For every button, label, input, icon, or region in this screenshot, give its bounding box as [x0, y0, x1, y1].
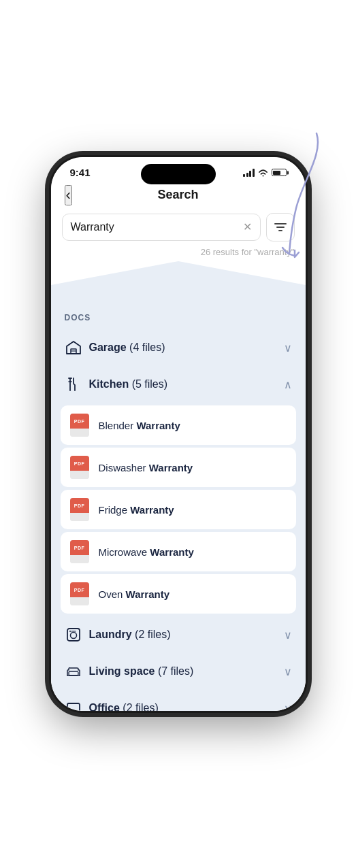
search-container: Warranty ✕	[51, 209, 306, 244]
category-row-kitchen[interactable]: Kitchen (5 files) ∧	[51, 366, 306, 403]
filter-button[interactable]	[266, 213, 295, 241]
kitchen-icon	[65, 375, 82, 393]
status-time: 9:41	[70, 167, 91, 178]
back-button[interactable]: ‹	[65, 185, 72, 205]
pdf-icon-blender: PDF	[70, 414, 91, 437]
office-name: Office (2 files)	[89, 702, 284, 711]
results-count: 26 results for "warranty"	[51, 244, 306, 261]
pdf-icon-microwave: PDF	[70, 540, 91, 563]
svg-point-9	[70, 633, 76, 639]
pdf-icon-fridge: PDF	[70, 498, 91, 521]
section-label-docs: DOCS	[51, 302, 306, 329]
kitchen-file-list: PDF Blender Warranty	[51, 405, 306, 614]
pdf-icon-oven: PDF	[70, 582, 91, 605]
laundry-icon	[65, 626, 82, 644]
file-item-blender[interactable]: PDF Blender Warranty	[61, 405, 296, 445]
search-value: Warranty	[71, 221, 243, 233]
laundry-name: Laundry (2 files)	[89, 629, 284, 641]
filter-icon	[274, 222, 287, 233]
category-row-laundry[interactable]: Laundry (2 files) ∨	[51, 616, 306, 653]
pdf-icon-dishwasher: PDF	[70, 456, 91, 479]
wifi-icon	[258, 169, 268, 177]
nav-bar: ‹ Search	[51, 184, 306, 209]
svg-point-10	[69, 631, 71, 632]
battery-icon	[272, 169, 287, 176]
phone-frame: 9:41 ‹ Search	[49, 155, 308, 713]
signal-icon	[243, 169, 255, 177]
office-chevron: ∨	[284, 702, 292, 712]
living-space-name: Living space (7 files)	[89, 665, 284, 678]
file-name-microwave: Microwave Warranty	[99, 546, 194, 558]
category-row-living-space[interactable]: Living space (7 files) ∨	[51, 653, 306, 690]
file-item-fridge[interactable]: PDF Fridge Warranty	[61, 490, 296, 529]
home-background	[51, 261, 306, 302]
garage-chevron: ∨	[284, 341, 292, 354]
office-icon	[65, 699, 82, 711]
category-row-office[interactable]: Office (2 files) ∨	[51, 690, 306, 711]
category-row-garage[interactable]: Garage (4 files) ∨	[51, 329, 306, 366]
file-item-oven[interactable]: PDF Oven Warranty	[61, 574, 296, 614]
living-space-icon	[65, 663, 82, 680]
laundry-chevron: ∨	[284, 629, 292, 641]
page-title: Search	[157, 188, 198, 202]
svg-rect-13	[67, 703, 80, 711]
screen: 9:41 ‹ Search	[51, 157, 306, 711]
svg-rect-8	[67, 629, 80, 641]
content-area: DOCS Garage (4 files) ∨	[51, 302, 306, 711]
kitchen-chevron: ∧	[284, 378, 292, 391]
status-icons	[243, 169, 287, 177]
garage-icon	[65, 339, 82, 356]
file-name-fridge: Fridge Warranty	[99, 504, 174, 516]
living-space-chevron: ∨	[284, 665, 292, 678]
file-item-microwave[interactable]: PDF Microwave Warranty	[61, 532, 296, 571]
file-name-oven: Oven Warranty	[99, 588, 170, 600]
search-input-wrap[interactable]: Warranty ✕	[62, 214, 261, 241]
garage-name: Garage (4 files)	[89, 341, 284, 354]
file-name-blender: Blender Warranty	[99, 420, 180, 431]
file-name-dishwasher: Diswasher Warranty	[99, 462, 193, 473]
clear-button[interactable]: ✕	[243, 222, 252, 233]
dynamic-island	[141, 164, 216, 184]
svg-rect-12	[69, 671, 78, 675]
file-item-dishwasher[interactable]: PDF Diswasher Warranty	[61, 448, 296, 487]
kitchen-name: Kitchen (5 files)	[89, 378, 284, 390]
